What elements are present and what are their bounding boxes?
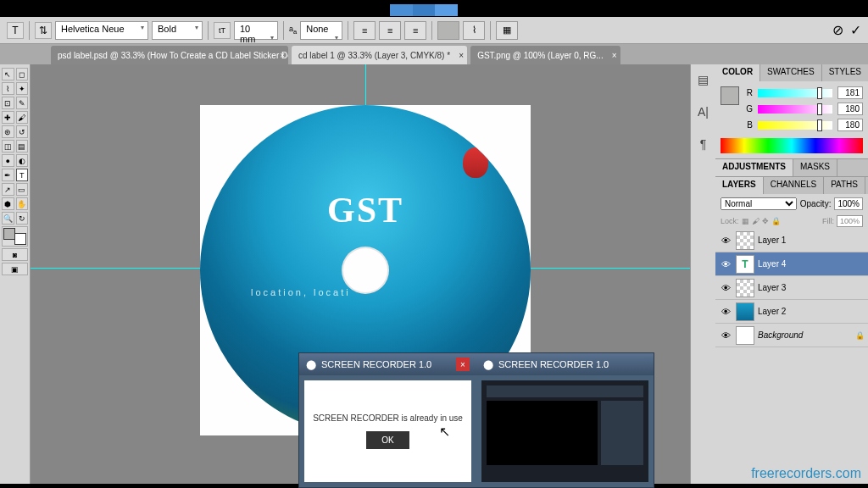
blend-mode-select[interactable]: Normal bbox=[721, 197, 797, 210]
quickmask-toggle[interactable]: ◙ bbox=[2, 248, 28, 261]
layer-item[interactable]: 👁TLayer 4 bbox=[715, 252, 868, 276]
move-tool[interactable]: ↖ bbox=[2, 68, 14, 80]
b-slider[interactable] bbox=[758, 121, 832, 130]
layer-name[interactable]: Layer 3 bbox=[758, 283, 865, 292]
align-center-button[interactable]: ≡ bbox=[379, 21, 401, 40]
visibility-toggle[interactable]: 👁 bbox=[719, 305, 732, 319]
close-icon[interactable]: × bbox=[456, 358, 470, 371]
close-icon[interactable]: × bbox=[612, 51, 617, 60]
tab-paths[interactable]: PATHS bbox=[824, 177, 865, 194]
foreground-swatch[interactable] bbox=[721, 86, 739, 105]
tab-adjustments[interactable]: ADJUSTMENTS bbox=[715, 159, 793, 176]
gradient-tool[interactable]: ▤ bbox=[16, 140, 29, 152]
tool-palette: ↖◻ ⌇✦ ⊡✎ ✚🖌 ⊛↺ ◫▤ ●◐ ✒T ↗▭ ⬢✋ 🔍↻ ◙ ▣ bbox=[0, 64, 31, 484]
opacity-value[interactable]: 100% bbox=[834, 197, 863, 210]
pen-tool[interactable]: ✒ bbox=[2, 169, 14, 181]
layer-item[interactable]: 👁Layer 1 bbox=[715, 229, 868, 252]
warp-text-button[interactable]: ⌇ bbox=[463, 21, 485, 40]
3d-tool[interactable]: ⬢ bbox=[2, 197, 14, 210]
wand-tool[interactable]: ✦ bbox=[16, 82, 29, 95]
type-tool[interactable]: T bbox=[16, 169, 29, 181]
visibility-toggle[interactable]: 👁 bbox=[719, 281, 732, 295]
tab-channels[interactable]: CHANNELS bbox=[764, 177, 824, 194]
visibility-toggle[interactable]: 👁 bbox=[719, 329, 732, 342]
document-tab[interactable]: cd label 1 @ 33.3% (Layer 3, CMYK/8) *× bbox=[292, 46, 467, 64]
close-icon[interactable]: × bbox=[459, 51, 464, 60]
tab-layers[interactable]: LAYERS bbox=[715, 177, 764, 194]
screenmode-toggle[interactable]: ▣ bbox=[2, 263, 28, 275]
r-value[interactable]: 181 bbox=[837, 86, 863, 99]
font-family-dropdown[interactable]: Helvetica Neue bbox=[55, 21, 148, 40]
tab-styles[interactable]: STYLES bbox=[822, 64, 868, 81]
tab-swatches[interactable]: SWATCHES bbox=[760, 64, 822, 81]
cancel-icon[interactable]: ⊘ bbox=[832, 22, 843, 38]
layer-thumbnail[interactable] bbox=[736, 326, 754, 345]
tab-color[interactable]: COLOR bbox=[715, 64, 760, 81]
document-tab[interactable]: GST.png @ 100% (Layer 0, RG...× bbox=[470, 46, 620, 64]
balloon-graphic bbox=[463, 147, 488, 178]
collapsed-panels-strip: ▤ A| ¶ bbox=[690, 64, 715, 484]
dialog-titlebar[interactable]: ⬤ SCREEN RECORDER 1.0 × bbox=[299, 353, 476, 375]
lock-all-icon[interactable]: 🔒 bbox=[771, 217, 781, 225]
align-right-button[interactable]: ≡ bbox=[404, 21, 426, 40]
g-value[interactable]: 180 bbox=[837, 103, 863, 115]
font-size-dropdown[interactable]: 10 mm bbox=[234, 21, 278, 40]
blur-tool[interactable]: ● bbox=[2, 154, 14, 167]
visibility-toggle[interactable]: 👁 bbox=[719, 258, 732, 271]
shape-tool[interactable]: ▭ bbox=[16, 183, 29, 196]
dialog-titlebar[interactable]: ⬤ SCREEN RECORDER 1.0 bbox=[476, 353, 654, 375]
layer-thumbnail[interactable] bbox=[736, 279, 754, 297]
lock-pixels-icon[interactable]: 🖌 bbox=[752, 217, 760, 225]
layer-name[interactable]: Layer 4 bbox=[758, 259, 865, 269]
rotate-tool[interactable]: ↻ bbox=[16, 212, 29, 225]
ok-button[interactable]: OK bbox=[366, 431, 409, 449]
zoom-tool[interactable]: 🔍 bbox=[2, 212, 14, 225]
fill-value[interactable]: 100% bbox=[837, 215, 863, 227]
dodge-tool[interactable]: ◐ bbox=[16, 154, 29, 167]
layer-thumbnail[interactable]: T bbox=[736, 255, 754, 274]
layer-name[interactable]: Layer 2 bbox=[758, 307, 865, 316]
watermark: freerecorders.com bbox=[751, 466, 861, 481]
color-swatches[interactable] bbox=[2, 226, 28, 247]
history-brush-tool[interactable]: ↺ bbox=[16, 125, 29, 138]
commit-icon[interactable]: ✓ bbox=[850, 22, 861, 38]
r-slider[interactable] bbox=[758, 89, 832, 97]
layer-name[interactable]: Background bbox=[758, 330, 855, 340]
lock-position-icon[interactable]: ✥ bbox=[762, 217, 769, 225]
font-weight-dropdown[interactable]: Bold bbox=[152, 21, 203, 40]
brush-tool[interactable]: 🖌 bbox=[16, 111, 29, 124]
tab-masks[interactable]: MASKS bbox=[793, 159, 837, 176]
character-panel-icon[interactable]: A| bbox=[695, 103, 712, 120]
layer-item[interactable]: 👁Background🔒 bbox=[715, 324, 868, 347]
lock-transparency-icon[interactable]: ▦ bbox=[742, 217, 749, 225]
path-tool[interactable]: ↗ bbox=[2, 183, 14, 196]
layer-item[interactable]: 👁Layer 3 bbox=[715, 276, 868, 300]
crop-tool[interactable]: ⊡ bbox=[2, 97, 14, 109]
marquee-tool[interactable]: ◻ bbox=[16, 68, 29, 80]
history-panel-icon[interactable]: ▤ bbox=[695, 71, 712, 88]
character-panel-button[interactable]: ▦ bbox=[496, 21, 518, 40]
layer-thumbnail[interactable] bbox=[736, 302, 754, 321]
document-tab[interactable]: psd label.psd @ 33.3% (How To Create a C… bbox=[51, 46, 288, 64]
layer-name[interactable]: Layer 1 bbox=[758, 236, 865, 245]
color-panel: R181 G180 B180 bbox=[715, 81, 868, 158]
stamp-tool[interactable]: ⊛ bbox=[2, 125, 14, 138]
orientation-toggle[interactable]: ⇅ bbox=[35, 22, 52, 39]
b-label: B bbox=[744, 120, 753, 130]
close-icon[interactable]: × bbox=[280, 51, 285, 60]
layer-thumbnail[interactable] bbox=[736, 231, 754, 250]
layer-item[interactable]: 👁Layer 2 bbox=[715, 300, 868, 324]
eyedropper-tool[interactable]: ✎ bbox=[16, 97, 29, 109]
hand-tool[interactable]: ✋ bbox=[16, 197, 29, 210]
spectrum-bar[interactable] bbox=[721, 138, 863, 153]
align-left-button[interactable]: ≡ bbox=[353, 21, 376, 40]
b-value[interactable]: 180 bbox=[837, 119, 863, 131]
antialiasing-dropdown[interactable]: None bbox=[300, 21, 342, 40]
text-color-swatch[interactable] bbox=[437, 21, 459, 40]
paragraph-panel-icon[interactable]: ¶ bbox=[695, 136, 712, 152]
g-slider[interactable] bbox=[758, 105, 832, 114]
eraser-tool[interactable]: ◫ bbox=[2, 140, 14, 152]
visibility-toggle[interactable]: 👁 bbox=[719, 234, 732, 247]
lasso-tool[interactable]: ⌇ bbox=[2, 82, 14, 95]
heal-tool[interactable]: ✚ bbox=[2, 111, 14, 124]
